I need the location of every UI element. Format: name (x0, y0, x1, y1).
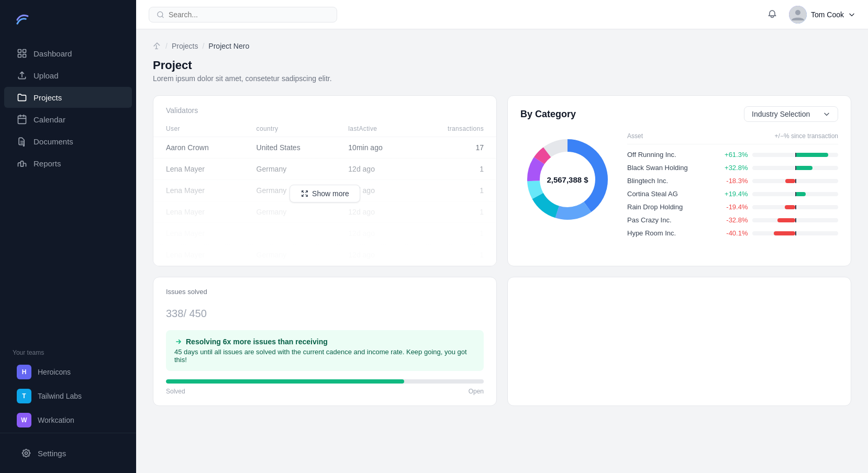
issues-count: 338/ 450 (166, 300, 484, 322)
sidebar-item-upload[interactable]: Upload (4, 65, 132, 86)
svg-rect-3 (23, 54, 26, 58)
sidebar: Dashboard Upload Projects Calendar Docum… (0, 0, 136, 473)
asset-rows: Off Running Inc. +61.3% Black Swan Holdi… (627, 151, 838, 237)
topbar-right: Tom Cook (764, 5, 855, 24)
sidebar-item-calendar[interactable]: Calendar (4, 109, 132, 130)
bell-icon (767, 8, 777, 19)
team-item-workcation[interactable]: W Workcation (4, 409, 132, 432)
progress-labels: Solved Open (166, 388, 484, 395)
sidebar-bottom: Settings (0, 433, 136, 473)
bar-fill (777, 218, 795, 222)
bar-fill (795, 153, 828, 157)
main-grid: Validators User country lastActive trans… (153, 95, 851, 406)
sidebar-nav: Dashboard Upload Projects Calendar Docum… (0, 38, 136, 341)
teams-list: H Heroicons T Tailwind Labs W Workcation (0, 359, 136, 433)
issues-card: Issues solved 338/ 450 Resolving 6x more… (153, 277, 497, 406)
validators-title: Validators (153, 106, 496, 121)
bar-center-line (795, 192, 796, 196)
show-more-button[interactable]: Show more (290, 185, 360, 202)
bar-fill (795, 192, 806, 196)
user-avatar-img (789, 6, 807, 24)
search-box[interactable] (149, 7, 337, 22)
table-container: User country lastActive transactions Aar… (153, 121, 496, 266)
svg-rect-1 (23, 50, 26, 53)
col-transactions: transactions (415, 121, 496, 137)
bar-track (752, 218, 839, 222)
svg-point-8 (795, 10, 800, 15)
bar-fill (795, 166, 813, 170)
category-content: 2,567,388 $ Asset +/−% since transaction… (520, 132, 838, 242)
topbar: Tom Cook (136, 0, 868, 29)
home-icon[interactable] (153, 42, 161, 50)
bar-center-line (795, 231, 796, 235)
chart-icon (17, 158, 27, 168)
col-country: country (244, 121, 336, 137)
secondary-right-card (507, 277, 851, 406)
asset-row: Off Running Inc. +61.3% (627, 151, 838, 159)
bar-track (752, 192, 839, 196)
bar-center-line (795, 179, 796, 183)
content: / Projects / Project Nero Project Lorem … (136, 29, 868, 473)
validators-card: Validators User country lastActive trans… (153, 95, 497, 266)
page-subtitle: Lorem ipsum dolor sit amet, consetetur s… (153, 74, 851, 83)
progress-bar-bg (166, 379, 484, 384)
team-avatar-tailwind: T (17, 389, 31, 403)
bar-track (752, 153, 839, 157)
notifications-button[interactable] (764, 5, 781, 24)
donut-label: 2,567,388 $ (547, 175, 588, 184)
user-menu-button[interactable]: Tom Cook (789, 6, 855, 24)
calendar-icon (17, 114, 27, 125)
alert-text: 45 days until all issues are solved with… (174, 348, 475, 364)
bar-track (752, 205, 839, 209)
sidebar-item-settings[interactable]: Settings (8, 443, 128, 464)
document-icon (17, 136, 27, 147)
bar-center-line (795, 166, 796, 170)
breadcrumb-projects[interactable]: Projects (172, 42, 198, 50)
svg-rect-0 (18, 50, 21, 53)
search-input[interactable] (169, 10, 329, 19)
sidebar-item-reports[interactable]: Reports (4, 153, 132, 174)
team-item-heroicons[interactable]: H Heroicons (4, 361, 132, 384)
search-icon (157, 10, 164, 19)
donut-chart: 2,567,388 $ (520, 132, 615, 227)
team-item-tailwind[interactable]: T Tailwind Labs (4, 385, 132, 408)
sidebar-item-dashboard[interactable]: Dashboard (4, 43, 132, 64)
breadcrumb-current: Project Nero (208, 42, 249, 50)
page-title: Project (153, 59, 851, 72)
main-area: Tom Cook / Projects / Project Nero Proje… (136, 0, 868, 473)
alert-content: Resolving 6x more issues than receiving … (174, 337, 475, 364)
alert-title: Resolving 6x more issues than receiving (174, 337, 475, 346)
svg-rect-4 (18, 116, 26, 123)
chevron-down-icon (823, 110, 830, 118)
alert-box: Resolving 6x more issues than receiving … (166, 330, 484, 371)
table-row: Aaron Crown United States 10min ago 17 (153, 137, 496, 159)
asset-row: Rain Drop Holding -19.4% (627, 203, 838, 211)
progress-section: Solved Open (166, 379, 484, 395)
bar-fill (774, 231, 795, 235)
table-row: Lena Mayer Germany 12d ago 1 (153, 159, 496, 180)
category-title: By Category (520, 109, 576, 120)
bar-fill (785, 205, 795, 209)
bar-track (752, 166, 839, 170)
asset-row: Pas Crazy Inc. -32.8% (627, 216, 838, 224)
trending-up-icon (174, 337, 183, 346)
col-user: User (153, 121, 244, 137)
industry-select[interactable]: Industry Selection (744, 106, 838, 122)
bar-track (752, 179, 839, 183)
bar-center-line (795, 205, 796, 209)
svg-point-5 (25, 452, 28, 455)
team-avatar-heroicons: H (17, 365, 31, 379)
upload-icon (17, 70, 27, 81)
sidebar-item-projects[interactable]: Projects (4, 87, 132, 108)
sidebar-item-documents[interactable]: Documents (4, 131, 132, 152)
chevron-down-icon (848, 11, 855, 18)
col-lastactive: lastActive (336, 121, 415, 137)
logo (0, 0, 136, 38)
teams-section-label: Your teams (0, 341, 136, 359)
asset-row: Blingtech Inc. -18.3% (627, 177, 838, 185)
progress-bar-fill (166, 379, 404, 384)
bar-center-line (795, 153, 796, 157)
svg-rect-2 (18, 54, 21, 58)
grid-icon (17, 48, 27, 59)
issues-label: Issues solved (166, 288, 484, 296)
